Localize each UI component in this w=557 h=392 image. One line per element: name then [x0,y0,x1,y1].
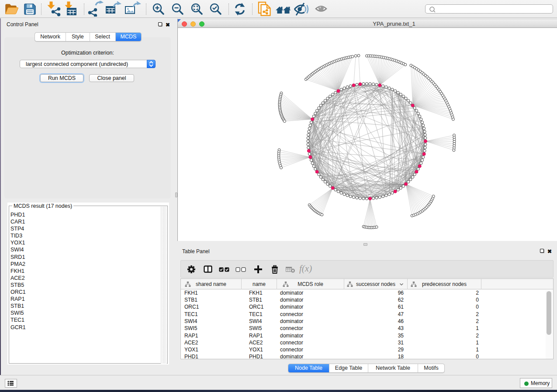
svg-text:f(x): f(x) [299,264,312,274]
